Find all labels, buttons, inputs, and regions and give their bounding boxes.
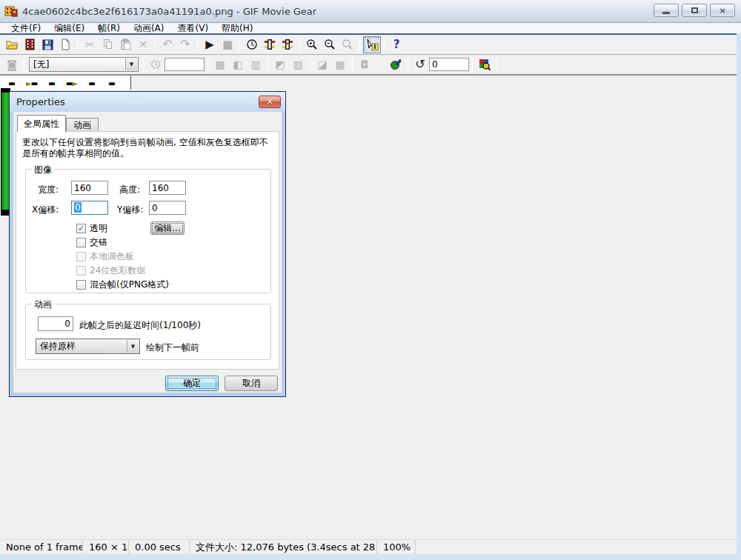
chevron-down-icon[interactable]: ▼: [127, 340, 139, 353]
play-animation-button[interactable]: ▶: [201, 36, 219, 53]
frame-end-button[interactable]: ▬: [102, 77, 122, 89]
chevron-down-icon[interactable]: ▼: [125, 59, 137, 70]
window-title: 4cae0602c4bc3e2f616173a0a41191a0.png - G…: [22, 6, 316, 17]
copy-button: [99, 36, 116, 53]
crop-icon-1: ◪: [317, 59, 327, 70]
height-field[interactable]: [149, 181, 186, 195]
help-button[interactable]: ?: [388, 36, 405, 53]
menu-view[interactable]: 查看(V): [171, 23, 216, 33]
status-image-size: 160 × 160: [83, 540, 129, 554]
palette-viewer-button[interactable]: [476, 56, 494, 73]
open-file-button[interactable]: [3, 36, 21, 53]
loop-count-field[interactable]: [429, 58, 469, 71]
checkbox-label: 交错: [90, 236, 107, 249]
x-offset-label: X偏移:: [32, 204, 59, 216]
tab-label: 动画: [73, 119, 91, 132]
menu-bar: 文件(F) 编辑(E) 帧(R) 动画(A) 查看(V) 帮助(H): [0, 23, 741, 33]
status-duration: 0.00 secs: [129, 540, 190, 554]
save-button[interactable]: [39, 36, 56, 53]
y-offset-field[interactable]: [149, 201, 186, 215]
help-question-icon: ?: [393, 39, 400, 50]
menu-animation[interactable]: 动画(A): [127, 23, 171, 33]
interlaced-checkbox-row[interactable]: 交错: [76, 236, 107, 248]
frame-properties-toggle-button[interactable]: [363, 36, 381, 53]
ok-button[interactable]: 确定: [165, 376, 219, 391]
dialog-title-bar[interactable]: Properties: [10, 92, 285, 112]
disposal-dropdown-value: 保持原样: [40, 340, 76, 353]
blend-frame-checkbox-row[interactable]: 混合帧(仅PNG格式): [76, 279, 169, 290]
checkbox-disabled: [76, 252, 86, 261]
global-frame-timing-button[interactable]: [261, 36, 279, 53]
delete-frame-button: ✕: [134, 36, 152, 53]
zoom-in-button[interactable]: [303, 36, 321, 53]
transparency-tool-button-1: ▩: [211, 56, 229, 73]
animation-timing-button[interactable]: [243, 36, 261, 53]
mask-tool-button-2: ▨: [289, 56, 307, 73]
redo-button: ↷: [176, 36, 194, 53]
minimize-button[interactable]: [654, 4, 679, 17]
truecolor-data-checkbox-row: 24位色彩数据: [76, 264, 145, 276]
frame-delay-field[interactable]: [165, 58, 205, 71]
frame-options-toolbar: ◙ [无] ▼ ▩ ◧ ▥ ◩ ▨ ◪ ▦ ◘ ↺: [0, 55, 741, 75]
new-document-icon: [60, 39, 70, 50]
cut-button: ✂: [81, 36, 99, 53]
zoom-actual-icon: [342, 39, 353, 50]
status-bar: None of 1 frames 160 × 160 0.00 secs 文件大…: [0, 539, 741, 554]
insert-frames-button[interactable]: [21, 36, 39, 53]
frame-current-button[interactable]: ▬: [41, 77, 62, 89]
status-frame-count: None of 1 frames: [0, 540, 83, 554]
frame-first-button[interactable]: ▬: [1, 77, 21, 89]
frame-last-button[interactable]: ▬: [82, 77, 102, 89]
palette-magnifier-icon: [479, 59, 491, 70]
transparency-tool-button-3: ▥: [247, 56, 265, 73]
menu-file[interactable]: 文件(F): [4, 23, 47, 33]
checkbox-unchecked[interactable]: [76, 280, 86, 290]
checkbox-checked[interactable]: ✓: [76, 224, 86, 233]
close-button[interactable]: ×: [710, 4, 735, 17]
checkbox-label: 24位色彩数据: [90, 264, 145, 277]
crop-icon-2: ▦: [335, 59, 345, 70]
menu-edit[interactable]: 编辑(E): [47, 23, 91, 33]
frame-timing-icon: [264, 39, 276, 50]
frame-order-buttons: ▬ ►▬ ▬ ▬► ▬ ▬: [0, 76, 131, 90]
checkbox-disabled: [76, 266, 86, 276]
menu-frame[interactable]: 帧(R): [91, 23, 127, 33]
checkbox-label: 混合帧(仅PNG格式): [90, 279, 169, 291]
properties-dialog: Properties ✕ 全局属性 动画 更改以下任何设置将影响到当前帧动画, …: [9, 91, 286, 397]
image-group: 图像 宽度: 高度: X偏移: 0 Y偏移: ✓ 透明 编辑... 交错: [25, 169, 271, 293]
menu-help[interactable]: 帮助(H): [215, 23, 259, 33]
status-zoom-level: 100%: [377, 540, 416, 554]
frame-prev-button[interactable]: ►▬: [21, 77, 41, 89]
tab-global-properties[interactable]: 全局属性: [17, 115, 66, 132]
tab-animation[interactable]: 动画: [66, 118, 99, 132]
target-tool-button[interactable]: [387, 56, 405, 73]
dialog-body: 全局属性 动画 更改以下任何设置将影响到当前帧动画, 空值和灰色复选框即不是所有…: [13, 112, 282, 393]
apply-frame-timing-button[interactable]: [279, 36, 296, 53]
x-offset-field[interactable]: 0: [71, 201, 108, 215]
loop-count-button[interactable]: ↺: [411, 56, 429, 73]
zoom-actual-size-button: [339, 36, 356, 53]
frame-delay-field[interactable]: [38, 316, 73, 331]
transparent-checkbox-row[interactable]: ✓ 透明: [76, 222, 107, 234]
copy-icon: [102, 39, 113, 50]
restore-button[interactable]: [682, 4, 707, 17]
palette-dropdown-value: [无]: [33, 59, 49, 71]
main-toolbar: ✂ ✕ ↶ ↷ ▶ ■: [0, 35, 741, 55]
zoom-out-button[interactable]: [321, 36, 339, 53]
mask-icon-2: ▨: [293, 59, 302, 70]
cancel-button[interactable]: 取消: [225, 376, 278, 391]
zoom-out-icon: [324, 39, 336, 50]
width-field[interactable]: [71, 181, 108, 195]
disposal-dropdown[interactable]: 保持原样 ▼: [36, 339, 140, 354]
width-label: 宽度:: [38, 184, 59, 196]
animation-group: 动画 此帧之后的延迟时间(1/100秒) 保持原样 ▼ 绘制下一帧前: [25, 304, 271, 360]
new-document-button[interactable]: [56, 36, 74, 53]
frame-next-button[interactable]: ▬►: [62, 77, 82, 89]
paste-icon: [120, 39, 131, 50]
crop-tool-button-1: ◪: [313, 56, 331, 73]
palette-dropdown[interactable]: [无] ▼: [29, 57, 139, 72]
edit-transparency-button[interactable]: 编辑...: [150, 221, 185, 235]
app-icon: [4, 5, 18, 17]
dialog-close-button[interactable]: ✕: [259, 96, 281, 108]
checkbox-unchecked[interactable]: [76, 238, 86, 247]
